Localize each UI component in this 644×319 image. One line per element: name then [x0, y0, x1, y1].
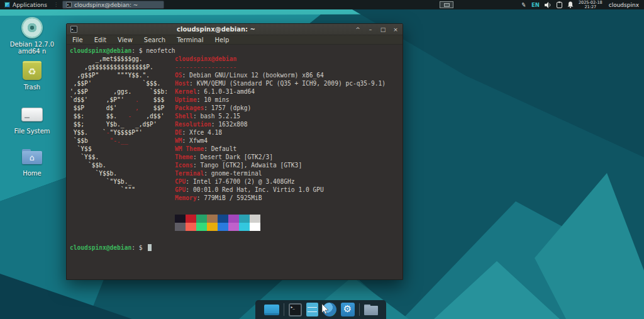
palette-swatch: [196, 215, 207, 223]
keyboard-layout-indicator[interactable]: EN: [531, 2, 540, 8]
debian-ascii-logo: _,met$$$$$gg. ,g$$$$$$$$$$$$$$$P. ,g$$P"…: [70, 55, 168, 194]
dock-separator: [359, 303, 360, 316]
neofetch-info-row: DE: Xfce 4.18: [175, 128, 386, 137]
applications-menu-button[interactable]: Applications: [0, 0, 52, 9]
neofetch-info-row: WM Theme: Default: [175, 145, 386, 153]
shade-button[interactable]: ^: [355, 26, 361, 33]
show-desktop-icon[interactable]: [264, 305, 279, 315]
workspace-switcher[interactable]: [440, 1, 453, 8]
window-title: cloudspinx@debian: ~: [77, 26, 355, 33]
palette-swatch: [186, 215, 196, 223]
terminal-window: ▸_ cloudspinx@debian: ~ ^ – □ × FileEdit…: [66, 23, 403, 280]
minimize-button[interactable]: –: [367, 26, 374, 33]
palette-swatch: [228, 223, 239, 231]
system-tray: ✎ EN 2025-02-18 21:27 cloudspinx: [521, 1, 644, 9]
neofetch-info-row: GPU: 00:01.0 Red Hat, Inc. Virtio 1.0 GP…: [175, 186, 386, 194]
palette-swatch: [186, 223, 196, 231]
window-controls: ^ – □ ×: [355, 26, 399, 33]
neofetch-info-row: CPU: Intel i7-6700 (2) @ 3.408GHz: [175, 177, 386, 186]
panel-clock[interactable]: 2025-02-18 21:27: [579, 1, 602, 9]
dock-separator: [284, 303, 284, 316]
palette-swatch: [250, 215, 260, 223]
neofetch-info-row: Host: KVM/QEMU (Standard PC (Q35 + ICH9,…: [175, 79, 386, 87]
dock-file-manager-icon[interactable]: [306, 303, 318, 316]
palette-swatch: [218, 223, 228, 231]
neofetch-info-row: OS: Debian GNU/Linux 12 (bookworm) x86_6…: [175, 71, 386, 79]
shell-prompt: cloudspinx@debian: $: [70, 243, 402, 252]
neofetch-header: cloudspinx@debian: [175, 55, 386, 63]
neofetch-info-row: Icons: Tango [GTK2], Adwaita [GTK3]: [175, 161, 386, 169]
menu-item-terminal[interactable]: Terminal: [171, 36, 209, 43]
menu-item-file[interactable]: File: [67, 36, 89, 43]
desktop-icon-trash[interactable]: ♻ Trash: [8, 59, 57, 91]
desktop-icon-label: File System: [8, 128, 57, 135]
volume-icon[interactable]: [545, 2, 552, 8]
neofetch-info-row: Terminal: gnome-terminal: [175, 169, 386, 177]
neofetch-info-row: Theme: Desert_Dark [GTK2/3]: [175, 153, 386, 161]
palette-swatch: [250, 223, 260, 231]
neofetch-separator: -----------------: [175, 63, 386, 71]
desktop-icon-filesystem[interactable]: File System: [8, 103, 57, 135]
neofetch-info-row: Resolution: 1632x808: [175, 120, 386, 128]
desktop-icon-label: Trash: [8, 84, 57, 91]
palette-swatch: [239, 223, 250, 231]
desktop-icon-cdrom[interactable]: Debian 12.7.0 amd64 n: [8, 16, 57, 55]
neofetch-info-row: Memory: 779MiB / 5925MiB: [175, 194, 386, 202]
menu-item-search[interactable]: Search: [138, 36, 171, 43]
close-button[interactable]: ×: [392, 26, 399, 33]
palette-swatch: [228, 215, 239, 223]
maximize-button[interactable]: □: [380, 26, 386, 33]
terminal-screen[interactable]: cloudspinx@debian: $ neofetch _,met$$$$$…: [67, 45, 402, 279]
applications-menu-label: Applications: [13, 2, 47, 8]
top-panel: Applications ⋮ ▸_ cloudspinx@debian: ~ ✎…: [0, 0, 644, 9]
workspace-window-thumb: [444, 3, 450, 7]
neofetch-info-row: Packages: 1757 (dpkg): [175, 104, 386, 112]
window-titlebar[interactable]: ▸_ cloudspinx@debian: ~ ^ – □ ×: [67, 24, 402, 35]
home-folder-icon: ⌂: [22, 149, 42, 164]
neofetch-info-row: Shell: bash 5.2.15: [175, 112, 386, 120]
terminal-color-palette: [175, 215, 402, 231]
notification-bell-icon[interactable]: [567, 1, 574, 8]
palette-swatch: [207, 215, 218, 223]
desktop-icon-label: Home: [8, 170, 57, 177]
cdrom-disc-icon: [21, 17, 43, 38]
clock-time: 21:27: [584, 4, 596, 9]
command-line: cloudspinx@debian: $ neofetch: [70, 47, 402, 55]
text-cursor: [148, 244, 152, 251]
hard-drive-icon: [21, 108, 43, 121]
terminal-icon: ▸_: [66, 2, 72, 8]
clipboard-icon[interactable]: [557, 1, 562, 8]
palette-swatch: [196, 223, 207, 231]
dock-settings-icon[interactable]: ⚙: [341, 303, 355, 316]
palette-swatch: [175, 223, 186, 231]
notes-pencil-icon[interactable]: ✎: [521, 1, 527, 8]
dock-folder-icon[interactable]: [364, 305, 378, 315]
palette-swatch: [239, 215, 250, 223]
neofetch-output: _,met$$$$$gg. ,g$$$$$$$$$$$$$$$P. ,g$$P"…: [70, 55, 402, 202]
palette-swatch: [218, 215, 228, 223]
desktop-icon-home[interactable]: ⌂ Home: [8, 145, 57, 177]
dock-terminal-icon[interactable]: ▸_: [289, 303, 302, 316]
taskbar-window-label: cloudspinx@debian: ~: [74, 2, 138, 8]
taskbar-window-button[interactable]: ▸_ cloudspinx@debian: ~: [62, 1, 164, 9]
palette-swatch: [207, 223, 218, 231]
panel-handle: ⋮: [52, 2, 60, 8]
menu-item-view[interactable]: View: [112, 36, 138, 43]
trash-icon: ♻: [23, 61, 42, 80]
palette-swatch: [175, 215, 186, 223]
menu-item-help[interactable]: Help: [209, 36, 235, 43]
neofetch-info-row: Kernel: 6.1.0-31-amd64: [175, 87, 386, 96]
applications-menu-icon: [4, 2, 10, 8]
window-terminal-icon: ▸_: [70, 26, 77, 33]
neofetch-info-row: WM: Xfwm4: [175, 137, 386, 145]
desktop-icon-label: Debian 12.7.0 amd64 n: [8, 41, 57, 55]
neofetch-info-row: Uptime: 10 mins: [175, 96, 386, 104]
menu-item-edit[interactable]: Edit: [89, 36, 112, 43]
dock-web-browser-icon[interactable]: [323, 303, 336, 316]
dock: ▸_ ⚙: [255, 300, 386, 319]
neofetch-info: cloudspinx@debian-----------------OS: De…: [175, 55, 386, 202]
panel-username[interactable]: cloudspinx: [608, 2, 639, 8]
menu-bar: FileEditViewSearchTerminalHelp: [67, 35, 402, 45]
